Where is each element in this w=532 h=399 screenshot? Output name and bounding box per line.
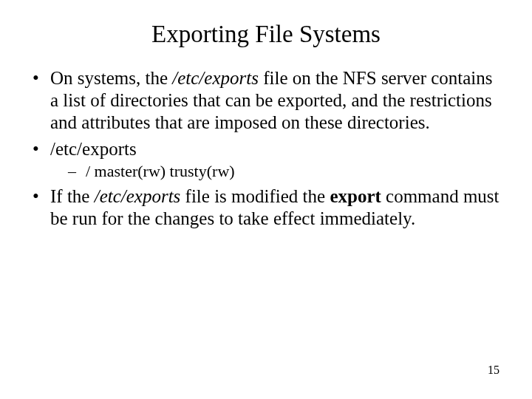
text: If the	[50, 186, 95, 206]
text: On systems, the	[50, 68, 172, 88]
exports-line: / master(rw) trusty(rw)	[86, 162, 235, 180]
slide-title: Exporting File Systems	[0, 0, 532, 63]
bullet-list: On systems, the /etc/exports file on the…	[33, 67, 499, 230]
file-path: /etc/exports	[172, 68, 259, 88]
file-path: /etc/exports	[95, 186, 181, 206]
slide: Exporting File Systems On systems, the /…	[0, 0, 532, 399]
bullet-item-1: On systems, the /etc/exports file on the…	[33, 67, 499, 134]
bullet-item-2: /etc/exports / master(rw) trusty(rw)	[33, 138, 499, 181]
slide-body: On systems, the /etc/exports file on the…	[0, 67, 532, 230]
sub-bullet-item-1: / master(rw) trusty(rw)	[50, 162, 499, 181]
bullet-item-3: If the /etc/exports file is modified the…	[33, 185, 499, 230]
page-number: 15	[488, 364, 499, 377]
text: file is modified the	[180, 186, 330, 206]
command-name: export	[330, 186, 381, 206]
file-path: /etc/exports	[50, 139, 137, 159]
sub-bullet-list: / master(rw) trusty(rw)	[50, 162, 499, 181]
